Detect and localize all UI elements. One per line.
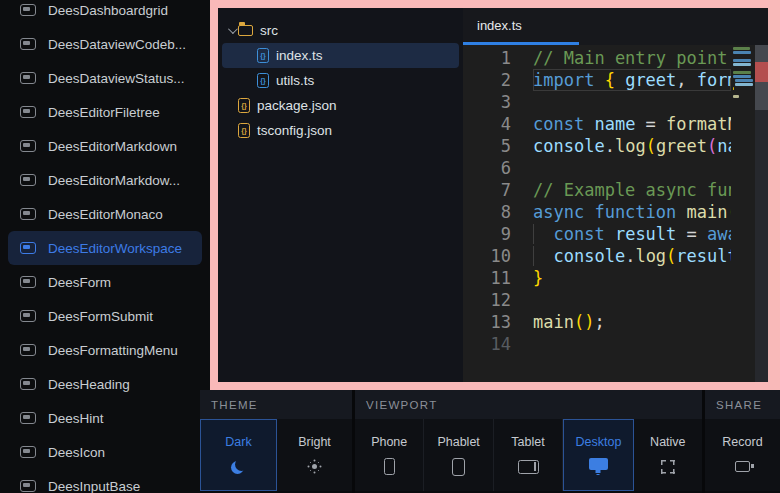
native-button[interactable]: Native <box>634 419 702 491</box>
phone-button[interactable]: Phone <box>355 419 424 491</box>
line-text: // Main entry point <box>533 47 731 69</box>
tablet-button[interactable]: Tablet <box>494 419 563 491</box>
sidebar-item-label: DeesEditorMarkdow... <box>48 173 180 188</box>
tab-index-ts[interactable]: index.ts <box>463 8 579 45</box>
sidebar-item-deesformattingmenu[interactable]: DeesFormattingMenu <box>8 333 202 367</box>
sidebar-item-deesdashboardgrid[interactable]: DeesDashboardgrid <box>8 0 202 27</box>
component-icon <box>20 378 36 390</box>
line-text: } <box>533 267 731 289</box>
sidebar-item-deesdataviewstatus[interactable]: DeesDataviewStatus... <box>8 61 202 95</box>
sidebar-item-deeseditormarkdow[interactable]: DeesEditorMarkdow... <box>8 163 202 197</box>
code-line: 13main(); <box>463 311 731 333</box>
sidebar-item-label: DeesHeading <box>48 377 130 392</box>
editor-body: 1// Main entry point2import { greet, for… <box>463 45 768 382</box>
tree-file-tsconfig-json[interactable]: {}tsconfig.json <box>222 118 459 143</box>
sidebar-item-label: DeesFormSubmit <box>48 309 153 324</box>
line-text: import { greet, form <box>533 69 731 91</box>
json-file-icon: {} <box>238 98 250 113</box>
minimap[interactable] <box>731 45 755 382</box>
sidebar-item-label: DeesEditorWorkspace <box>48 241 182 256</box>
minimap-line <box>733 55 753 58</box>
controls-bar: THEMEDarkBrightVIEWPORTPhonePhabletTable… <box>200 390 780 493</box>
code-line: 10 console.log(result <box>463 245 731 267</box>
sidebar-item-deeseditorfiletree[interactable]: DeesEditorFiletree <box>8 95 202 129</box>
sidebar-item-deesicon[interactable]: DeesIcon <box>8 435 202 469</box>
editor-workspace: src{}index.ts{}utils.ts{}package.json{}t… <box>218 8 768 382</box>
component-icon <box>20 38 36 50</box>
sidebar-item-label: DeesForm <box>48 275 111 290</box>
code-line: 5console.log(greet(na <box>463 135 731 157</box>
sidebar-item-label: DeesEditorMonaco <box>48 207 163 222</box>
minimap-line <box>735 79 753 82</box>
minimap-line <box>733 51 751 54</box>
code-area[interactable]: 1// Main entry point2import { greet, for… <box>463 45 731 382</box>
component-icon <box>20 310 36 322</box>
sidebar-item-deesheading[interactable]: DeesHeading <box>8 367 202 401</box>
desktop-button[interactable]: Desktop <box>563 419 633 491</box>
section-buttons: Record <box>705 419 780 493</box>
phone-icon <box>384 458 395 475</box>
line-number: 7 <box>463 179 533 201</box>
line-number: 13 <box>463 311 533 333</box>
controls-section-viewport: VIEWPORTPhonePhabletTabletDesktopNative <box>352 390 702 493</box>
editor-scrollbar[interactable] <box>755 45 768 382</box>
icon-wrap <box>232 458 245 476</box>
line-number: 10 <box>463 245 533 267</box>
icon-wrap <box>589 458 608 476</box>
button-label: Record <box>722 435 762 449</box>
section-title: THEME <box>200 390 352 419</box>
component-icon <box>20 106 36 118</box>
phablet-button[interactable]: Phablet <box>424 419 493 491</box>
ts-file-icon: {} <box>257 73 269 88</box>
section-title: SHARE <box>705 390 780 419</box>
sidebar-item-label: DeesHint <box>48 411 104 426</box>
tree-file-index-ts[interactable]: {}index.ts <box>222 43 459 68</box>
line-number: 12 <box>463 289 533 311</box>
tree-folder-src[interactable]: src <box>222 18 459 43</box>
chevron-down-icon <box>225 27 238 34</box>
sidebar-item-deeseditormarkdown[interactable]: DeesEditorMarkdown <box>8 129 202 163</box>
sun-icon <box>312 464 317 469</box>
sidebar-item-deesinputbase[interactable]: DeesInputBase <box>8 469 202 493</box>
line-text <box>533 157 731 179</box>
tree-file-utils-ts[interactable]: {}utils.ts <box>222 68 459 93</box>
line-text: const name = formatN <box>533 113 731 135</box>
component-icon <box>20 412 36 424</box>
bright-button[interactable]: Bright <box>277 419 352 491</box>
line-number: 11 <box>463 267 533 289</box>
minimap-line <box>733 59 751 62</box>
line-number: 3 <box>463 91 533 113</box>
sidebar-item-label: DeesEditorFiletree <box>48 105 160 120</box>
sidebar-item-deeshint[interactable]: DeesHint <box>8 401 202 435</box>
sidebar-item-label: DeesFormattingMenu <box>48 343 178 358</box>
minimap-line <box>733 71 751 74</box>
minimap-line <box>733 63 751 66</box>
record-button[interactable]: Record <box>705 419 780 491</box>
button-label: Desktop <box>575 435 621 449</box>
phablet-icon <box>452 458 465 476</box>
sidebar-item-label: DeesEditorMarkdown <box>48 139 177 154</box>
component-icon <box>20 72 36 84</box>
sidebar-item-deeseditorworkspace[interactable]: DeesEditorWorkspace <box>8 231 202 265</box>
sidebar-item-deesdataviewcodeb[interactable]: DeesDataviewCodeb... <box>8 27 202 61</box>
code-line: 9 const result = awa <box>463 223 731 245</box>
line-number: 9 <box>463 223 533 245</box>
app-window: DeesDashboardgridDeesDataviewCodeb...Dee… <box>0 0 780 493</box>
minimap-line <box>733 67 753 70</box>
sidebar-item-deesform[interactable]: DeesForm <box>8 265 202 299</box>
section-buttons: PhonePhabletTabletDesktopNative <box>355 419 702 493</box>
desktop-icon <box>589 458 608 475</box>
line-text: console.log(result <box>533 245 731 267</box>
icon-wrap <box>518 458 539 476</box>
code-line: 11} <box>463 267 731 289</box>
folder-open-icon <box>238 25 253 36</box>
sidebar-item-deesformsubmit[interactable]: DeesFormSubmit <box>8 299 202 333</box>
icon-wrap <box>312 458 317 476</box>
tablet-icon <box>518 460 539 474</box>
tree-file-package-json[interactable]: {}package.json <box>222 93 459 118</box>
sidebar-item-deeseditormonaco[interactable]: DeesEditorMonaco <box>8 197 202 231</box>
sidebar-item-label: DeesDashboardgrid <box>48 3 168 18</box>
section-buttons: DarkBright <box>200 419 352 493</box>
dark-button[interactable]: Dark <box>200 419 277 491</box>
code-line: 6 <box>463 157 731 179</box>
